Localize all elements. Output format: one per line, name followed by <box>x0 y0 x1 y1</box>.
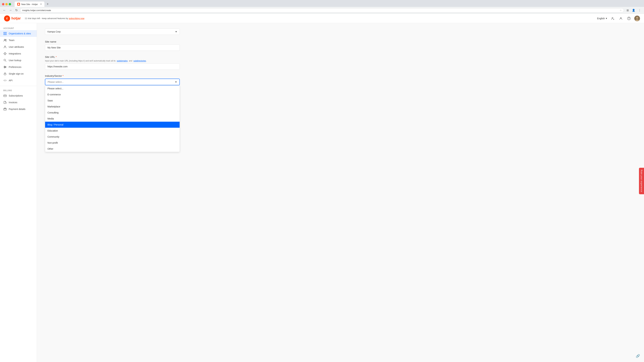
svg-rect-19 <box>4 73 6 75</box>
industry-select[interactable]: Please select... ▼ <box>45 79 180 85</box>
logo-icon <box>4 15 10 21</box>
subdirectories-link[interactable]: subdirectories <box>134 60 146 62</box>
industry-form-group: Industry/Sector * Please select... ▼ Ple… <box>45 74 180 85</box>
sidebar-label-integrations: Integrations <box>9 52 21 55</box>
sidebar-divider <box>0 86 37 86</box>
site-name-form-group: Site name <box>45 40 180 51</box>
sidebar-item-preferences[interactable]: Preferences <box>0 64 37 70</box>
active-tab[interactable]: New Site - Hotjar × <box>14 1 44 7</box>
dropdown-item-marketplace[interactable]: Marketplace <box>45 104 180 110</box>
organization-dropdown[interactable]: Kampa Corp ▼ <box>45 28 180 35</box>
required-indicator: * <box>56 55 57 58</box>
app-body: Account Organizations & sites <box>0 23 644 362</box>
trial-notice: 11 trial days left - keep advanced featu… <box>25 17 597 19</box>
toolbar-actions: ⊞ 👤 ⋮ <box>625 8 642 12</box>
svg-point-18 <box>4 67 5 68</box>
site-name-label: Site name <box>45 40 180 43</box>
industry-required-indicator: * <box>62 74 64 77</box>
sidebar-label-sso: Single sign-on <box>9 72 24 75</box>
address-bar[interactable]: insights.hotjar.com/site/create ☆ <box>20 8 624 12</box>
subdomains-link[interactable]: subdomains <box>117 60 128 62</box>
industry-dropdown-menu: Please select... E-commerce Saas Marketp… <box>45 85 180 152</box>
site-name-input[interactable] <box>45 44 180 51</box>
svg-rect-9 <box>5 32 6 33</box>
tab-close-button[interactable]: × <box>40 3 42 5</box>
dropdown-item-saas[interactable]: Saas <box>45 97 180 104</box>
sidebar-label-api: API <box>9 79 12 82</box>
sidebar-item-user-lookup[interactable]: User lookup <box>0 57 37 64</box>
feedback-tab[interactable]: Rate your experience <box>639 168 644 194</box>
sidebar-item-api[interactable]: API <box>0 77 37 84</box>
avatar[interactable] <box>634 15 640 21</box>
browser-toolbar: ← → ↻ insights.hotjar.com/site/create ☆ … <box>0 7 644 13</box>
industry-label: Industry/Sector * <box>45 74 180 77</box>
extensions-icon[interactable]: ⊞ <box>625 8 630 12</box>
new-tab-button[interactable]: + <box>45 2 50 6</box>
main-content: Kampa Corp ▼ Site name Site URL * Input … <box>37 23 644 362</box>
sidebar-item-team[interactable]: Team <box>0 37 37 43</box>
sidebar-item-subscriptions[interactable]: Subscriptions <box>0 92 37 99</box>
browser-chrome: New Site - Hotjar × + ← → ↻ insights.hot… <box>0 0 644 14</box>
dropdown-item-consulting[interactable]: Consulting <box>45 110 180 116</box>
site-url-hint: Input your site's main URL (including ht… <box>45 60 180 62</box>
lock-icon <box>3 72 7 75</box>
sidebar-item-sso[interactable]: Single sign-on <box>0 70 37 77</box>
users-icon <box>3 38 7 42</box>
users-add-icon[interactable] <box>610 16 616 21</box>
file-icon <box>3 101 7 104</box>
sidebar: Account Organizations & sites <box>0 23 37 362</box>
link-icon[interactable]: 🔗 <box>636 354 640 358</box>
address-bar-url: insights.hotjar.com/site/create <box>22 9 618 11</box>
search-user-icon <box>3 59 7 62</box>
tab-title: New Site - Hotjar <box>21 3 38 5</box>
site-url-label: Site URL * <box>45 55 180 58</box>
dropdown-item-non-profit[interactable]: Non-profit <box>45 140 180 146</box>
back-button[interactable]: ← <box>2 8 7 12</box>
dropdown-item-ecommerce[interactable]: E-commerce <box>45 91 180 97</box>
svg-point-3 <box>620 17 621 18</box>
bookmark-icon[interactable]: ☆ <box>620 9 622 11</box>
refresh-button[interactable]: ↻ <box>14 8 19 12</box>
svg-point-2 <box>612 17 613 18</box>
sidebar-item-user-attributes[interactable]: User attributes <box>0 43 37 50</box>
logo: hotjar <box>4 15 21 21</box>
svg-rect-10 <box>4 34 5 35</box>
dropdown-item-community[interactable]: Community <box>45 134 180 140</box>
sidebar-label-user-attributes: User attributes <box>9 45 24 48</box>
forward-button[interactable]: → <box>8 8 13 12</box>
industry-chevron-icon: ▼ <box>175 81 177 83</box>
dropdown-item-other[interactable]: Other <box>45 146 180 152</box>
site-url-input[interactable] <box>45 63 180 70</box>
minimize-window-button[interactable] <box>5 3 8 5</box>
dropdown-item-blog-personal[interactable]: Blog / Personal <box>45 122 180 128</box>
maximize-window-button[interactable] <box>9 3 11 5</box>
help-icon[interactable] <box>626 16 632 21</box>
sidebar-item-integrations[interactable]: Integrations <box>0 50 37 57</box>
sidebar-item-invoices[interactable]: Invoices <box>0 99 37 106</box>
language-selector[interactable]: English ▼ <box>597 17 608 20</box>
logo-text: hotjar <box>12 16 21 20</box>
sidebar-label-user-lookup: User lookup <box>9 59 21 62</box>
profile-settings-icon[interactable] <box>618 16 624 21</box>
subscribe-link[interactable]: subscribing now <box>69 17 84 19</box>
sidebar-label-orgs-sites: Organizations & sites <box>9 32 31 35</box>
sidebar-item-orgs-sites[interactable]: Organizations & sites <box>0 30 37 37</box>
header-right: English ▼ <box>597 15 640 21</box>
sidebar-item-payment-details[interactable]: Payment details <box>0 106 37 112</box>
dropdown-item-media[interactable]: Media <box>45 116 180 122</box>
svg-rect-11 <box>5 34 6 35</box>
sliders-icon <box>3 65 7 69</box>
menu-icon[interactable]: ⋮ <box>637 8 642 12</box>
svg-point-13 <box>6 39 6 40</box>
dropdown-item-education[interactable]: Education <box>45 128 180 134</box>
code-icon <box>3 79 7 82</box>
language-label: English <box>597 17 605 20</box>
svg-rect-21 <box>4 108 6 110</box>
svg-point-16 <box>4 66 5 67</box>
svg-rect-20 <box>4 95 6 97</box>
svg-point-0 <box>18 3 20 5</box>
puzzle-icon <box>3 52 7 55</box>
profile-icon[interactable]: 👤 <box>631 8 636 12</box>
close-window-button[interactable] <box>2 3 4 5</box>
dropdown-item-please-select[interactable]: Please select... <box>45 85 180 91</box>
